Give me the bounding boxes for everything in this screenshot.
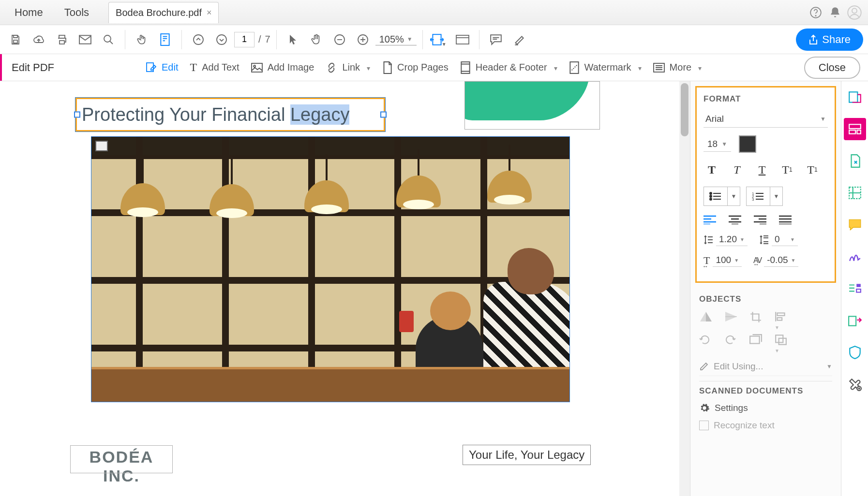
flip-vertical-icon[interactable] [699, 311, 715, 326]
notifications-icon[interactable] [825, 3, 845, 22]
search-icon[interactable] [98, 29, 119, 50]
scanned-settings-label: Settings [715, 403, 748, 413]
rail-combine-icon[interactable] [844, 309, 866, 332]
font-color-swatch[interactable] [739, 135, 756, 153]
horizontal-scale-control[interactable]: T↔ 100▼ [703, 254, 742, 267]
underline-button[interactable]: T [754, 161, 770, 178]
page-down-icon[interactable] [211, 29, 232, 50]
rail-export-pdf-icon[interactable] [844, 150, 866, 172]
app-tabbar: Home Tools Bodea Brochure.pdf × [0, 0, 868, 25]
scanned-settings-button[interactable]: Settings [699, 403, 832, 413]
rotate-ccw-icon[interactable] [699, 334, 715, 350]
document-tab-title: Bodea Brochure.pdf [116, 7, 202, 18]
help-icon[interactable] [806, 3, 825, 22]
tab-home[interactable]: Home [4, 0, 54, 25]
paragraph-spacing-control[interactable]: 0▼ [759, 233, 798, 246]
save-icon[interactable] [5, 29, 26, 50]
read-mode-icon[interactable] [452, 29, 473, 50]
share-button[interactable]: Share [796, 29, 863, 51]
numbered-list-button[interactable]: 123 ▼ [746, 187, 783, 206]
svg-point-11 [217, 35, 226, 44]
rotate-cw-icon[interactable] [724, 334, 740, 350]
rail-forms-icon[interactable] [844, 277, 866, 300]
link-tool[interactable]: Link [326, 62, 370, 73]
align-objects-icon[interactable]: ▼ [775, 311, 790, 326]
zoom-in-icon[interactable] [352, 29, 374, 50]
edit-tool[interactable]: Edit [145, 62, 178, 73]
close-tab-icon[interactable]: × [207, 8, 212, 18]
hand-pointer-icon[interactable] [131, 29, 152, 50]
watermark-tool[interactable]: Watermark [569, 61, 642, 74]
rail-sign-icon[interactable] [844, 246, 866, 268]
scrollbar-thumb[interactable] [681, 83, 688, 136]
checkbox-icon[interactable] [699, 421, 709, 430]
link-label: Link [342, 62, 360, 73]
font-family-select[interactable]: Arial ▼ [703, 111, 828, 128]
add-text-tool[interactable]: T Add Text [190, 61, 239, 74]
crop-object-icon[interactable] [749, 311, 765, 326]
bullet-list-dropdown[interactable]: ▼ [727, 187, 740, 205]
email-icon[interactable] [75, 29, 96, 50]
svg-rect-6 [60, 41, 64, 44]
rail-organize-icon[interactable] [844, 182, 866, 204]
cloud-upload-icon[interactable] [28, 29, 49, 50]
align-center-button[interactable] [729, 215, 745, 224]
numbered-list-dropdown[interactable]: ▼ [770, 187, 782, 205]
replace-image-icon[interactable] [749, 334, 765, 350]
align-left-button[interactable] [703, 215, 720, 224]
add-image-tool[interactable]: Add Image [251, 62, 314, 73]
close-editpdf-button[interactable]: Close [804, 57, 860, 79]
bold-button[interactable]: T [703, 161, 720, 178]
heading-text[interactable]: Protecting Your Financial Legacy [82, 104, 349, 125]
bullet-list-button[interactable]: ▼ [703, 187, 740, 206]
align-right-button[interactable] [754, 215, 770, 224]
heading-text-frame[interactable]: Protecting Your Financial Legacy [75, 98, 385, 131]
flip-horizontal-icon[interactable] [724, 311, 740, 326]
pan-hand-icon[interactable] [306, 29, 327, 50]
logo-text-object[interactable]: BODÉA INC. [71, 446, 172, 473]
account-icon[interactable] [845, 3, 864, 22]
rail-protect-icon[interactable] [844, 341, 866, 364]
character-spacing-control[interactable]: AV↔ -0.05▼ [753, 254, 798, 267]
arrange-icon[interactable]: ▼ [775, 334, 790, 350]
more-tool[interactable]: More [653, 62, 702, 73]
font-size-select[interactable]: 18 ▼ [703, 137, 731, 152]
subscript-button[interactable]: T1 [804, 161, 821, 178]
edit-using-dropdown[interactable]: Edit Using... ▼ [699, 357, 832, 376]
horizontal-scale-value: 100 [716, 255, 731, 265]
comment-icon[interactable] [485, 29, 507, 50]
page-current-input[interactable] [234, 32, 254, 47]
rail-edit-pdf-icon[interactable] [844, 118, 866, 140]
heading-pre: Protecting Your Financial [82, 104, 290, 125]
page-display-icon[interactable] [154, 29, 176, 50]
highlight-icon[interactable] [509, 29, 530, 50]
align-justify-button[interactable] [779, 215, 795, 224]
rail-comment-tool-icon[interactable] [844, 214, 866, 236]
selection-arrow-icon[interactable] [283, 29, 304, 50]
svg-rect-40 [849, 316, 856, 325]
zoom-select[interactable]: 105% ▼ [375, 34, 417, 45]
hero-image-object[interactable] [91, 136, 570, 402]
svg-rect-30 [750, 336, 760, 343]
svg-rect-4 [14, 40, 17, 43]
zoom-out-icon[interactable] [329, 29, 350, 50]
svg-rect-29 [777, 318, 782, 320]
print-icon[interactable] [51, 29, 73, 50]
rail-create-pdf-icon[interactable] [844, 86, 866, 108]
italic-button[interactable]: T [729, 161, 745, 178]
superscript-button[interactable]: T1 [779, 161, 795, 178]
recognize-text-checkbox[interactable]: Recognize text [699, 420, 832, 431]
document-tab[interactable]: Bodea Brochure.pdf × [108, 2, 219, 23]
document-canvas[interactable]: Protecting Your Financial Legacy [0, 81, 690, 496]
scanned-section-title: SCANNED DOCUMENTS [699, 386, 832, 396]
crop-pages-tool[interactable]: Crop Pages [382, 61, 449, 74]
fit-width-icon[interactable]: ▼ [429, 29, 450, 50]
tab-tools[interactable]: Tools [54, 0, 100, 25]
vertical-scrollbar[interactable] [679, 81, 690, 496]
tagline-text-object[interactable]: Your Life, Your Legacy [463, 445, 591, 465]
rail-more-tools-icon[interactable] [844, 373, 866, 395]
line-spacing-control[interactable]: 1.20▼ [703, 233, 748, 246]
green-graphic-object[interactable] [464, 81, 600, 130]
header-footer-tool[interactable]: Header & Footer [460, 61, 557, 74]
page-up-icon[interactable] [188, 29, 209, 50]
